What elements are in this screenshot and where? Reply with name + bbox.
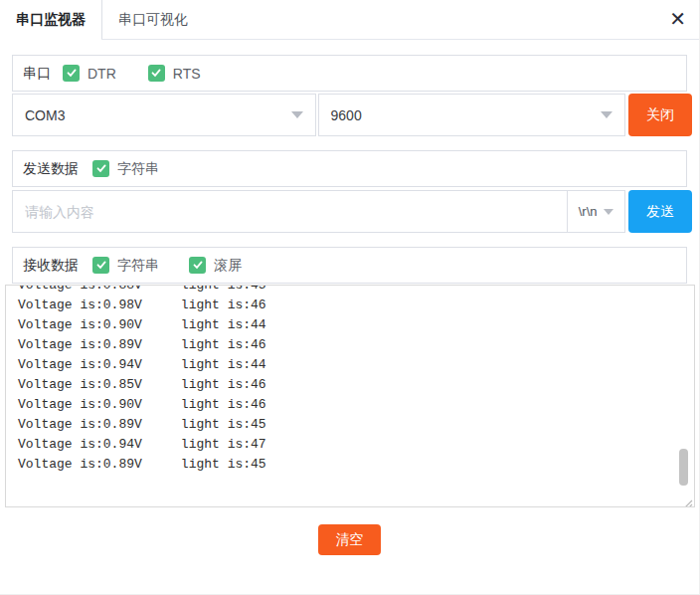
clear-button[interactable]: 清空 bbox=[318, 524, 381, 555]
rts-checkbox[interactable] bbox=[148, 65, 165, 82]
send-data-panel: 发送数据 字符串 bbox=[12, 150, 687, 187]
port-config-row: COM3 9600 关闭 bbox=[12, 94, 692, 136]
send-button[interactable]: 发送 bbox=[628, 190, 692, 233]
serial-port-title: 串口 bbox=[23, 65, 51, 83]
autoscroll-checkbox[interactable] bbox=[189, 257, 206, 274]
send-input-group: \r\n bbox=[12, 190, 625, 233]
line-ending-value: \r\n bbox=[579, 204, 598, 219]
port-select-value: COM3 bbox=[25, 107, 65, 123]
tab-serial-monitor-label: 串口监视器 bbox=[16, 11, 86, 27]
close-port-button[interactable]: 关闭 bbox=[628, 94, 692, 136]
receive-data-title: 接收数据 bbox=[23, 257, 79, 275]
resize-grip-icon[interactable] bbox=[682, 495, 693, 505]
dtr-checkbox-group: DTR bbox=[63, 65, 116, 82]
send-string-checkbox-group: 字符串 bbox=[92, 160, 159, 178]
autoscroll-checkbox-group: 滚屏 bbox=[189, 257, 242, 275]
send-string-label: 字符串 bbox=[117, 160, 159, 178]
send-data-title: 发送数据 bbox=[23, 160, 79, 178]
send-string-checkbox[interactable] bbox=[92, 160, 109, 177]
clear-row: 清空 bbox=[0, 524, 699, 555]
close-icon[interactable]: ✕ bbox=[669, 4, 686, 34]
tab-serial-monitor[interactable]: 串口监视器 bbox=[0, 0, 102, 39]
tab-bar: 串口监视器 串口可视化 ✕ bbox=[0, 0, 699, 40]
receive-string-checkbox[interactable] bbox=[92, 257, 109, 274]
send-input[interactable] bbox=[12, 190, 567, 233]
check-icon bbox=[95, 160, 107, 178]
receive-string-label: 字符串 bbox=[117, 257, 159, 275]
baud-select[interactable]: 9600 bbox=[318, 94, 626, 136]
chevron-down-icon bbox=[601, 111, 612, 118]
serial-monitor-dialog: 串口监视器 串口可视化 ✕ 串口 DTR RTS COM3 9600 bbox=[0, 0, 700, 595]
tab-serial-visualization[interactable]: 串口可视化 bbox=[102, 0, 204, 39]
chevron-down-icon bbox=[604, 209, 613, 215]
line-ending-select[interactable]: \r\n bbox=[567, 190, 625, 233]
receive-log-box[interactable]: Voltage is:0.88V light is:45 Voltage is:… bbox=[5, 285, 695, 507]
chevron-down-icon bbox=[291, 111, 303, 118]
check-icon bbox=[95, 257, 107, 275]
rts-label: RTS bbox=[173, 66, 201, 82]
check-icon bbox=[150, 65, 162, 83]
check-icon bbox=[66, 65, 78, 83]
autoscroll-label: 滚屏 bbox=[214, 257, 242, 275]
dtr-checkbox[interactable] bbox=[63, 65, 80, 82]
tab-serial-visualization-label: 串口可视化 bbox=[118, 11, 188, 27]
baud-select-value: 9600 bbox=[331, 107, 362, 123]
receive-string-checkbox-group: 字符串 bbox=[92, 257, 159, 275]
port-select[interactable]: COM3 bbox=[12, 94, 316, 136]
send-input-row: \r\n 发送 bbox=[12, 190, 692, 233]
scrollbar-thumb[interactable] bbox=[679, 449, 688, 486]
dtr-label: DTR bbox=[88, 66, 116, 82]
receive-data-panel: 接收数据 字符串 滚屏 bbox=[12, 247, 687, 284]
rts-checkbox-group: RTS bbox=[148, 65, 201, 82]
check-icon bbox=[192, 257, 204, 275]
serial-port-panel: 串口 DTR RTS bbox=[12, 55, 687, 92]
receive-log: Voltage is:0.88V light is:45 Voltage is:… bbox=[6, 285, 694, 475]
